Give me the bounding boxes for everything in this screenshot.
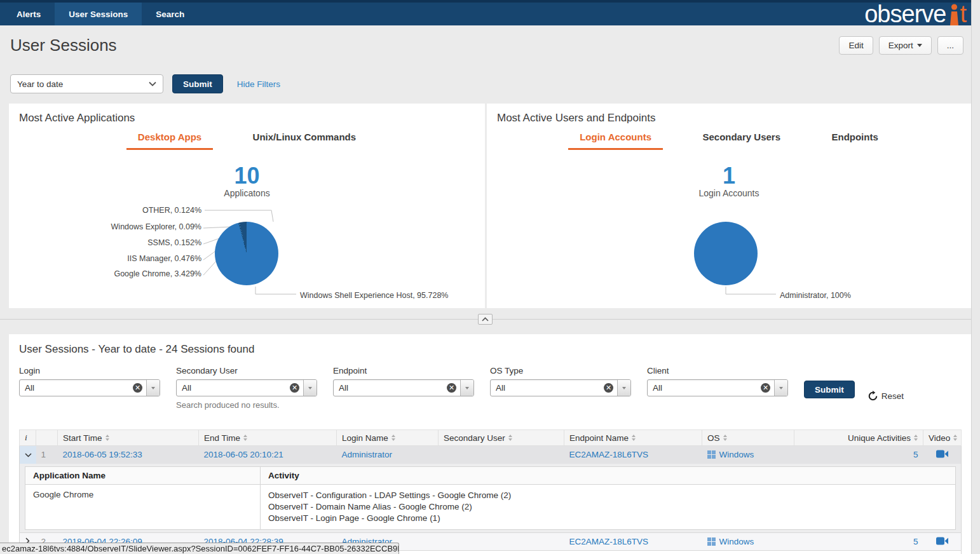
play-video-button[interactable]: [923, 446, 962, 464]
secondary-user-filter: Secondary User ✕ Search produced no resu…: [176, 366, 317, 410]
collapse-panels-button[interactable]: [478, 314, 493, 325]
tab-login-accounts[interactable]: Login Accounts: [568, 132, 663, 150]
pie-label-administrator: Administrator, 100%: [780, 291, 851, 300]
client-combo: ✕: [647, 379, 788, 396]
tab-desktop-apps[interactable]: Desktop Apps: [126, 132, 213, 150]
sort-icon[interactable]: [243, 435, 247, 441]
play-video-button[interactable]: [923, 533, 962, 551]
more-options-button[interactable]: ...: [937, 36, 963, 55]
sort-icon[interactable]: [953, 435, 957, 441]
tab-secondary-users[interactable]: Secondary Users: [691, 132, 792, 150]
sort-icon[interactable]: [723, 435, 727, 441]
date-range-select[interactable]: Year to date: [10, 74, 163, 93]
observeit-logo: observe t: [864, 0, 966, 28]
apps-panel-tabs: Desktop Apps Unix/Linux Commands: [9, 132, 485, 150]
sort-icon[interactable]: [105, 435, 109, 441]
nav-tabs: Alerts User Sessions Search: [3, 3, 198, 25]
date-filter-bar: Year to date Submit Hide Filters: [0, 55, 980, 93]
play-video-button[interactable]: [923, 551, 962, 554]
sort-icon[interactable]: [391, 435, 395, 441]
chevron-down-icon: [149, 81, 156, 86]
video-camera-icon: [936, 537, 948, 545]
export-button[interactable]: Export: [879, 36, 932, 55]
tab-unix-linux-commands[interactable]: Unix/Linux Commands: [242, 132, 368, 150]
end-time-link[interactable]: 2018-06-05 20:10:21: [204, 450, 283, 459]
application-name-header: Application Name: [25, 466, 261, 484]
activity-line: ObserveIT - Configuration - LDAP Setting…: [268, 490, 948, 501]
sessions-title: User Sessions - Year to date - 24 Sessio…: [19, 343, 961, 356]
clear-icon[interactable]: ✕: [290, 383, 299, 393]
edit-button[interactable]: Edit: [839, 36, 873, 55]
secondary-user-cell: [439, 533, 564, 551]
status-bar-url: ec2amaz-18l6tvs:4884/ObserveIT/SlideView…: [0, 543, 399, 554]
pie-label-windows-shell: Windows Shell Experience Host, 95.728%: [300, 291, 448, 300]
secondary-user-cell: [439, 551, 564, 554]
tab-endpoints[interactable]: Endpoints: [820, 132, 889, 150]
hide-filters-link[interactable]: Hide Filters: [237, 79, 280, 89]
start-time-link[interactable]: 2018-06-05 19:52:33: [63, 450, 142, 459]
users-panel-tabs: Login Accounts Secondary Users Endpoints: [487, 132, 971, 150]
applications-count: 10: [9, 163, 485, 189]
logo-word: observe: [864, 1, 946, 28]
video-header[interactable]: Video: [923, 430, 962, 446]
endpoint-combo: ✕: [333, 379, 474, 396]
applications-pie-chart[interactable]: [215, 222, 278, 285]
client-input[interactable]: [648, 380, 761, 396]
endpoint-name-header[interactable]: Endpoint Name: [564, 430, 702, 446]
dropdown-arrow-icon[interactable]: [774, 380, 787, 396]
sessions-section: User Sessions - Year to date - 24 Sessio…: [9, 334, 971, 554]
reset-icon: [868, 391, 878, 402]
client-filter: Client ✕: [647, 366, 788, 410]
os-type-input[interactable]: [491, 380, 604, 396]
reset-button[interactable]: Reset: [868, 382, 904, 410]
vertical-scrollbar[interactable]: [971, 0, 980, 554]
secondary-user-input[interactable]: [177, 380, 290, 396]
sort-icon[interactable]: [508, 435, 512, 441]
unique-activities-header[interactable]: Unique Activities: [794, 430, 923, 446]
dropdown-arrow-icon[interactable]: [617, 380, 630, 396]
login-name-link[interactable]: Administrator: [342, 450, 393, 459]
start-time-header[interactable]: Start Time: [58, 430, 199, 446]
users-pie-chart[interactable]: [694, 222, 758, 285]
pie-label-iis-manager: IIS Manager, 0.476%: [9, 254, 201, 263]
secondary-user-cell: [439, 446, 564, 464]
login-filter: Login ✕: [19, 366, 160, 410]
info-column-header: i: [20, 430, 36, 446]
users-panel-title: Most Active Users and Endpoints: [497, 112, 655, 125]
sort-icon[interactable]: [632, 435, 636, 441]
session-row-1[interactable]: 1 2018-06-05 19:52:33 2018-06-05 20:10:2…: [20, 446, 962, 464]
endpoint-input[interactable]: [334, 380, 447, 396]
row-number: 1: [36, 446, 58, 464]
login-combo: ✕: [19, 379, 160, 396]
filters-submit-button[interactable]: Submit: [804, 381, 855, 398]
nav-tab-alerts[interactable]: Alerts: [3, 3, 55, 25]
collapse-row-button[interactable]: [20, 446, 36, 464]
endpoint-link[interactable]: EC2AMAZ-18L6TVS: [569, 537, 649, 546]
dropdown-arrow-icon[interactable]: [146, 380, 160, 396]
sort-icon[interactable]: [914, 435, 918, 441]
clear-icon[interactable]: ✕: [133, 383, 142, 393]
nav-tab-search[interactable]: Search: [142, 3, 198, 25]
applications-count-label: Applicatons: [9, 188, 485, 198]
activity-line: ObserveIT - Login Page - Google Chrome (…: [268, 513, 948, 524]
login-name-header[interactable]: Login Name: [337, 430, 439, 446]
dropdown-arrow-icon[interactable]: [303, 380, 316, 396]
date-submit-button[interactable]: Submit: [172, 74, 223, 93]
chevron-up-icon: [482, 317, 489, 321]
os-header[interactable]: OS: [702, 430, 794, 446]
sessions-filters: Login ✕ Secondary User ✕ Search produced…: [19, 366, 961, 410]
pie-label-ssms: SSMS, 0.152%: [9, 238, 201, 247]
nav-tab-user-sessions[interactable]: User Sessions: [55, 3, 142, 25]
clear-icon[interactable]: ✕: [604, 383, 613, 393]
clear-icon[interactable]: ✕: [761, 383, 770, 393]
date-range-value: Year to date: [17, 79, 63, 89]
activity-detail-table: Application Name Activity Google Chrome …: [25, 466, 956, 530]
end-time-header[interactable]: End Time: [199, 430, 337, 446]
login-input[interactable]: [20, 380, 133, 396]
dropdown-arrow-icon[interactable]: [460, 380, 473, 396]
clear-icon[interactable]: ✕: [447, 383, 456, 393]
top-navbar: Alerts User Sessions Search observe t: [0, 0, 980, 25]
panel-divider: [0, 314, 980, 325]
secondary-user-header[interactable]: Secondary User: [439, 430, 564, 446]
endpoint-link[interactable]: EC2AMAZ-18L6TVS: [569, 450, 649, 459]
